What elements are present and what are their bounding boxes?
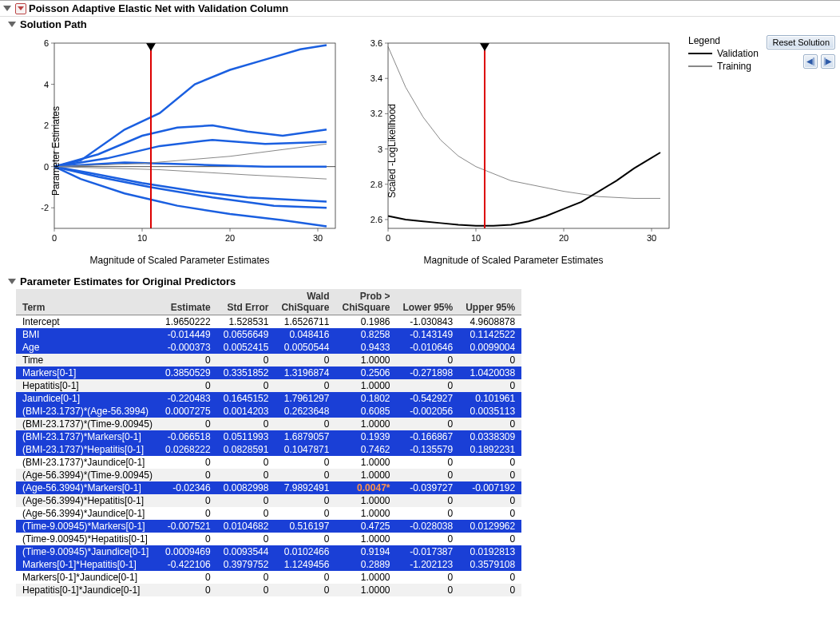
table-cell: 0 [217,571,275,584]
svg-text:10: 10 [471,233,481,243]
step-back-button[interactable]: ◀| [803,54,818,69]
table-cell: 1.0000 [335,584,396,596]
table-row[interactable]: (Age-56.3994)*Hepatitis[0-1]0001.000000 [16,494,521,507]
table-cell: 0.0007275 [159,405,217,418]
table-cell: 0 [396,456,459,469]
table-cell: 0.0192813 [459,545,521,558]
disclosure-icon[interactable] [3,6,11,11]
table-header[interactable]: Estimate [159,289,217,315]
table-cell: -0.014449 [159,328,217,341]
table-row[interactable]: Intercept1.96502221.5285311.65267110.198… [16,315,521,329]
table-header[interactable]: Std Error [217,289,275,315]
svg-text:3: 3 [378,145,382,154]
disclosure-icon[interactable] [8,279,16,284]
table-cell: -0.166867 [396,430,459,443]
step-forward-button[interactable]: |▶ [821,54,835,69]
table-row[interactable]: (Age-56.3994)*(Time-9.00945)0001.000000 [16,469,521,481]
table-row[interactable]: Markers[0-1]0.38505290.33518521.31968740… [16,366,521,379]
table-cell: 0 [396,507,459,520]
reset-solution-button[interactable]: Reset Solution [767,35,835,50]
table-cell: 0.0656649 [217,328,275,341]
table-row[interactable]: BMI-0.0144490.06566490.0484160.8258-0.14… [16,328,521,341]
table-row[interactable]: Markers[0-1]*Jaundice[0-1]0001.000000 [16,571,521,584]
table-cell: 0 [159,533,217,545]
table-header[interactable]: Upper 95% [459,289,521,315]
table-cell: Hepatitis[0-1] [16,379,159,392]
svg-text:30: 30 [313,233,323,243]
param-estimates-title: Parameter Estimates for Original Predict… [20,275,236,287]
svg-text:2.6: 2.6 [370,215,382,224]
table-row[interactable]: (Time-9.00945)*Hepatitis[0-1]0001.000000 [16,533,521,545]
table-cell: 0 [396,494,459,507]
table-cell: 1.0000 [335,494,396,507]
legend-swatch-training [688,65,712,67]
table-cell: 1.0000 [335,456,396,469]
axis-label-x: Magnitude of Scaled Parameter Estimates [16,255,343,266]
table-header[interactable]: Prob >ChiSquare [335,289,396,315]
table-cell: 1.3196874 [275,366,335,379]
table-cell: Age [16,341,159,354]
hotspot-icon[interactable] [15,3,26,14]
table-row[interactable]: Markers[0-1]*Hepatitis[0-1]-0.4221060.39… [16,558,521,571]
table-row[interactable]: (BMI-23.1737)*(Time-9.00945)0001.000000 [16,418,521,430]
table-cell: 0.6085 [335,405,396,418]
table-cell: 0.0828591 [217,443,275,456]
table-cell: 0 [396,379,459,392]
table-cell: 0 [275,494,335,507]
table-cell: 0.1939 [335,430,396,443]
table-row[interactable]: (Age-56.3994)*Jaundice[0-1]0001.000000 [16,507,521,520]
svg-text:30: 30 [647,233,656,243]
table-row[interactable]: (Time-9.00945)*Jaundice[0-1]0.00094690.0… [16,545,521,558]
table-row[interactable]: (Age-56.3994)*Markers[0-1]-0.023460.0082… [16,481,521,494]
table-cell: 0 [275,533,335,545]
table-cell: 0 [217,456,275,469]
table-cell: -0.039727 [396,481,459,494]
table-cell: 7.9892491 [275,481,335,494]
table-cell: (BMI-23.1737)*(Time-9.00945) [16,418,159,430]
table-row[interactable]: (BMI-23.1737)*Markers[0-1]-0.0665180.051… [16,430,521,443]
table-cell: -0.066518 [159,430,217,443]
table-row[interactable]: (BMI-23.1737)*Jaundice[0-1]0001.000000 [16,456,521,469]
table-cell: 1.0000 [335,469,396,481]
disclosure-icon[interactable] [8,22,16,27]
table-row[interactable]: (BMI-23.1737)*Hepatitis[0-1]0.02682220.0… [16,443,521,456]
table-cell: 0.9433 [335,341,396,354]
table-cell: 0 [275,584,335,596]
table-row[interactable]: Time0001.000000 [16,354,521,366]
table-cell: 0 [159,494,217,507]
svg-rect-23 [388,43,669,228]
table-cell: (BMI-23.1737)*Markers[0-1] [16,430,159,443]
table-cell: Time [16,354,159,366]
table-cell: 0 [459,379,521,392]
table-cell: 1.0420038 [459,366,521,379]
table-cell: 0.1986 [335,315,396,329]
loglik-chart[interactable]: 2.62.833.23.43.60102030 Scaled -LogLikel… [350,35,677,266]
table-row[interactable]: (Time-9.00945)*Markers[0-1]-0.0075210.01… [16,520,521,533]
solution-path-chart[interactable]: -202460102030 Parameter Estimates Magnit… [16,35,343,266]
table-cell: 1.528531 [217,315,275,329]
table-cell: 0 [217,507,275,520]
table-row[interactable]: Hepatitis[0-1]0001.000000 [16,379,521,392]
table-row[interactable]: (BMI-23.1737)*(Age-56.3994)0.00072750.00… [16,405,521,418]
table-row[interactable]: Hepatitis[0-1]*Jaundice[0-1]0001.000000 [16,584,521,596]
table-cell: 4.9608878 [459,315,521,329]
table-cell: 0.2506 [335,366,396,379]
table-cell: -0.010646 [396,341,459,354]
table-cell: Markers[0-1] [16,366,159,379]
table-cell: 0.0104682 [217,520,275,533]
table-cell: 0 [459,571,521,584]
param-estimates-header: Parameter Estimates for Original Predict… [0,274,840,289]
table-cell: 0 [275,456,335,469]
table-header[interactable]: Term [16,289,159,315]
table-row[interactable]: Jaundice[0-1]-0.2204830.16451521.7961297… [16,392,521,405]
table-cell: Jaundice[0-1] [16,392,159,405]
table-cell: -0.007521 [159,520,217,533]
table-cell: 0.0511993 [217,430,275,443]
svg-text:6: 6 [44,38,49,48]
table-row[interactable]: Age-0.0003730.00524150.00505440.9433-0.0… [16,341,521,354]
table-header[interactable]: WaldChiSquare [275,289,335,315]
table-header[interactable]: Lower 95% [396,289,459,315]
table-cell: 0 [459,418,521,430]
table-cell: (BMI-23.1737)*(Age-56.3994) [16,405,159,418]
svg-text:0: 0 [386,233,390,243]
